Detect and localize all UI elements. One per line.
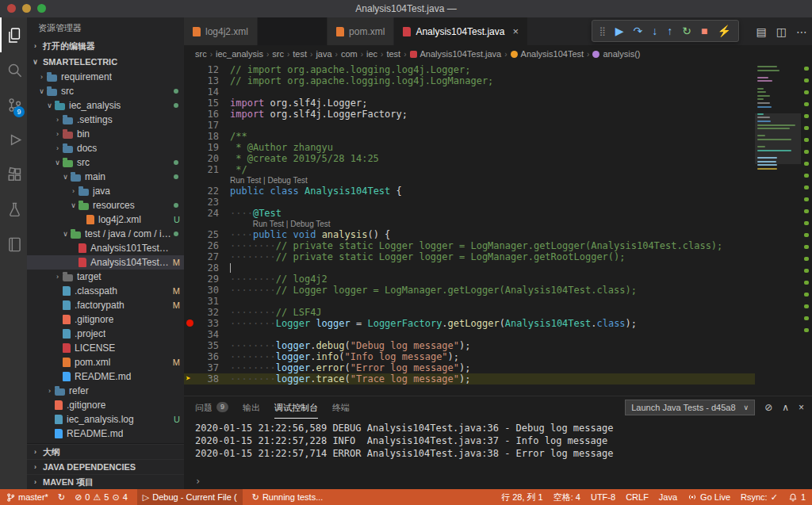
tree-item[interactable]: iec_analysis.logU	[27, 412, 184, 427]
step-over-button[interactable]: ↷	[634, 25, 643, 37]
code-line-20[interactable]: 20 * @create 2019/5/28 14:25	[184, 153, 755, 164]
glyph-margin[interactable]	[184, 131, 197, 142]
glyph-margin[interactable]	[184, 120, 197, 131]
overview-ruler[interactable]	[801, 63, 812, 396]
step-into-button[interactable]: ↓	[652, 25, 657, 37]
tree-item[interactable]: ›requirement	[27, 70, 184, 84]
line-number[interactable]: 28	[197, 262, 219, 274]
launch-config-select[interactable]: Launch Java Tests - d45a8 ∨	[625, 400, 755, 415]
breadcrumb-item[interactable]: com	[341, 49, 358, 59]
eol-indicator[interactable]: CRLF	[626, 489, 649, 505]
glyph-margin[interactable]	[184, 351, 197, 362]
tree-item[interactable]: ∨resources	[27, 198, 184, 212]
code-line-25[interactable]: 25····public void analysis() {	[184, 229, 755, 240]
sidebar-section-java-dependencies[interactable]: ›JAVA DEPENDENCIES	[27, 459, 184, 474]
code-line-37[interactable]: 37········logger.error("Error log messag…	[184, 362, 755, 373]
close-window-icon[interactable]	[7, 4, 16, 13]
tree-item[interactable]: ›.settings	[27, 113, 184, 127]
code-line-34[interactable]: 34	[184, 329, 755, 340]
breadcrumb-item[interactable]: java	[316, 49, 331, 59]
code-line-31[interactable]: 31	[184, 296, 755, 307]
code-line-17[interactable]: 17	[184, 120, 755, 131]
glyph-margin[interactable]	[184, 153, 197, 164]
panel-tab-终端[interactable]: 终端	[332, 396, 350, 419]
glyph-margin[interactable]	[184, 64, 197, 75]
tree-item[interactable]: ›docs	[27, 141, 184, 155]
line-number[interactable]: 21	[197, 164, 219, 175]
line-number[interactable]: 38	[197, 373, 219, 384]
problems-summary-button[interactable]: ⊘0 ⚠5 ⊙4	[75, 489, 128, 505]
glyph-margin[interactable]	[184, 329, 197, 340]
code-line-30[interactable]: 30········// Logger logger = LogManager.…	[184, 285, 755, 296]
glyph-margin[interactable]	[184, 164, 197, 175]
code-line-28[interactable]: 28	[184, 262, 755, 274]
tree-item[interactable]: ∨main	[27, 170, 184, 184]
glyph-margin[interactable]	[184, 197, 197, 208]
code-line-12[interactable]: 12// import org.apache.logging.log4j.Log…	[184, 64, 755, 75]
line-number[interactable]: 30	[197, 285, 219, 296]
code-line-21[interactable]: 21 */	[184, 164, 755, 175]
run-debug-icon[interactable]	[0, 122, 27, 157]
tree-item[interactable]: Analysis101Test.java	[27, 241, 184, 255]
tree-item[interactable]: README.md	[27, 427, 184, 441]
line-number[interactable]: 37	[197, 362, 219, 373]
line-number[interactable]: 34	[197, 329, 219, 340]
console-input-prompt[interactable]: ›	[195, 475, 801, 488]
glyph-margin[interactable]	[184, 109, 197, 120]
glyph-margin[interactable]	[184, 86, 197, 98]
code-line-27[interactable]: 27········// private static Logger logge…	[184, 251, 755, 262]
workspace-section[interactable]: ∨ SMARTELECTRIC	[27, 54, 184, 70]
glyph-margin[interactable]	[184, 186, 197, 197]
tab-Analysis104Test.java[interactable]: Analysis104Test.java×	[394, 17, 528, 45]
code-line-38[interactable]: ➤38········logger.trace("Trace log messa…	[184, 373, 755, 384]
line-col-indicator[interactable]: 行 28, 列 1	[501, 489, 543, 505]
line-number[interactable]: 23	[197, 197, 219, 208]
line-number[interactable]: 27	[197, 251, 219, 262]
minimize-window-icon[interactable]	[22, 4, 31, 13]
tree-item[interactable]: ∨iec_analysis	[27, 98, 184, 113]
line-number[interactable]: 36	[197, 351, 219, 362]
sidebar-section-maven-项目[interactable]: ›MAVEN 项目	[27, 474, 184, 489]
git-branch-button[interactable]: master*	[6, 489, 48, 505]
breadcrumb-item[interactable]: iec	[366, 49, 377, 59]
docs-icon[interactable]	[0, 227, 27, 262]
explorer-icon[interactable]	[0, 17, 27, 52]
glyph-margin[interactable]	[184, 208, 197, 219]
line-number[interactable]: 35	[197, 340, 219, 351]
hot-code-replace-button[interactable]: ⚡	[718, 25, 731, 37]
line-number[interactable]: 17	[197, 120, 219, 131]
debug-current-line-icon[interactable]: ➤	[184, 373, 197, 384]
codelens[interactable]: Run Test | Debug Test	[184, 175, 755, 186]
breakpoint-icon[interactable]	[184, 318, 197, 329]
line-number[interactable]: 22	[197, 186, 219, 197]
debug-console[interactable]: 2020-01-15 21:22:56,589 DEBUG Analysis10…	[184, 419, 812, 489]
glyph-margin[interactable]	[184, 307, 197, 318]
breadcrumb-item[interactable]: src	[272, 49, 284, 59]
tree-item[interactable]: ∨test / java / com / iec / test	[27, 227, 184, 241]
line-number[interactable]: 25	[197, 229, 219, 240]
glyph-margin[interactable]	[184, 296, 197, 307]
panel-tab-调试控制台[interactable]: 调试控制台	[274, 396, 318, 419]
restart-button[interactable]: ↻	[682, 25, 691, 37]
codelens[interactable]: Run Test | Debug Test	[184, 219, 755, 229]
code-line-14[interactable]: 14	[184, 86, 755, 98]
glyph-margin[interactable]	[184, 98, 197, 109]
line-number[interactable]: 18	[197, 131, 219, 142]
code-line-33[interactable]: 33········Logger logger = LoggerFactory.…	[184, 318, 755, 329]
line-number[interactable]: 12	[197, 64, 219, 75]
line-number[interactable]: 31	[197, 296, 219, 307]
window-controls[interactable]	[7, 4, 46, 13]
search-icon[interactable]	[0, 52, 27, 87]
glyph-margin[interactable]	[184, 229, 197, 240]
tree-item[interactable]: .classpathM	[27, 284, 184, 298]
language-indicator[interactable]: Java	[659, 489, 677, 505]
code-line-16[interactable]: 16import org.slf4j.LoggerFactory;	[184, 109, 755, 120]
tree-item[interactable]: ›refer	[27, 384, 184, 398]
sidebar-section-大纲[interactable]: ›大纲	[27, 444, 184, 459]
extensions-icon[interactable]	[0, 157, 27, 192]
tree-item[interactable]: ∨src	[27, 155, 184, 170]
close-panel-icon[interactable]: ×	[799, 402, 804, 413]
breadcrumb-item[interactable]: analysis()	[592, 49, 640, 59]
panel-tab-输出[interactable]: 输出	[243, 396, 260, 419]
open-editors-section[interactable]: › 打开的编辑器	[27, 38, 184, 54]
